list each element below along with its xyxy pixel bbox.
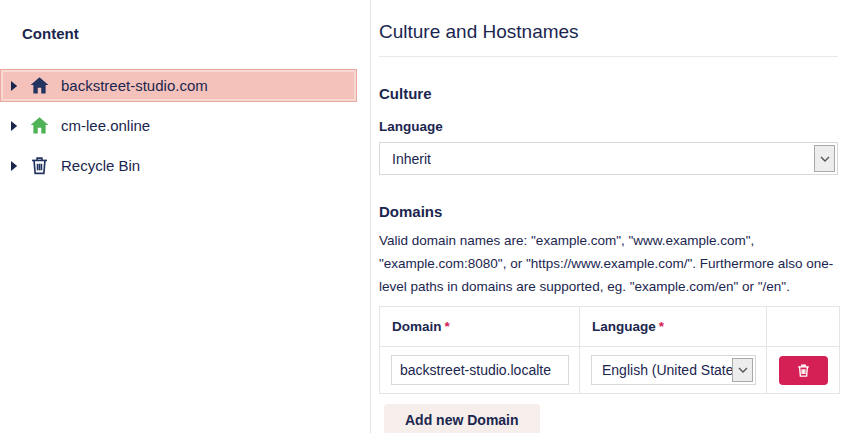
actions-cell — [767, 347, 840, 394]
tree-item-label[interactable]: cm-lee.online — [61, 117, 150, 134]
actions-column-header — [767, 307, 840, 347]
domain-column-header: Domain* — [380, 307, 580, 347]
tree-item-backstreet-studio[interactable]: backstreet-studio.com — [0, 69, 357, 102]
caret-right-icon[interactable] — [10, 81, 18, 91]
selected-domain-language: English (United State — [602, 362, 734, 378]
language-column-header: Language* — [580, 307, 767, 347]
culture-hostnames-panel: Culture and Hostnames Culture Language I… — [371, 0, 842, 433]
culture-section-heading: Culture — [379, 85, 838, 102]
add-new-domain-button[interactable]: Add new Domain — [384, 404, 540, 433]
sidebar-section-title: Content — [22, 25, 370, 42]
tree-item-cm-lee[interactable]: cm-lee.online — [0, 109, 357, 142]
chevron-down-icon — [814, 145, 835, 172]
table-header-row: Domain* Language* — [380, 307, 840, 347]
trash-icon — [29, 155, 50, 176]
language-field-label: Language — [379, 119, 838, 134]
domain-table-row: English (United State — [380, 347, 840, 394]
content-tree: backstreet-studio.com cm-lee.online — [0, 69, 357, 189]
domain-cell — [380, 347, 580, 394]
chevron-down-icon — [732, 358, 753, 382]
caret-right-icon[interactable] — [10, 161, 18, 171]
tree-item-recycle-bin[interactable]: Recycle Bin — [0, 149, 357, 182]
caret-right-icon[interactable] — [10, 121, 18, 131]
domains-section-heading: Domains — [379, 203, 838, 220]
culture-language-select[interactable]: Inherit — [379, 142, 838, 175]
domains-description: Valid domain names are: "example.com", "… — [379, 229, 841, 298]
selected-language-value: Inherit — [392, 151, 431, 167]
trash-icon — [796, 363, 811, 378]
language-cell: English (United State — [580, 347, 767, 394]
required-marker: * — [659, 319, 664, 334]
home-icon — [29, 115, 50, 136]
tree-item-label[interactable]: backstreet-studio.com — [61, 77, 208, 94]
content-tree-sidebar: Content backstreet-studio.com cm-lee.onl… — [0, 0, 371, 433]
home-icon — [29, 75, 50, 96]
required-marker: * — [445, 319, 450, 334]
domain-language-select[interactable]: English (United State — [591, 355, 756, 385]
delete-domain-button[interactable] — [779, 356, 828, 385]
page-title: Culture and Hostnames — [379, 0, 838, 57]
tree-item-label[interactable]: Recycle Bin — [61, 157, 140, 174]
domains-table: Domain* Language* English (United State — [379, 306, 840, 394]
domain-input[interactable] — [391, 355, 569, 385]
